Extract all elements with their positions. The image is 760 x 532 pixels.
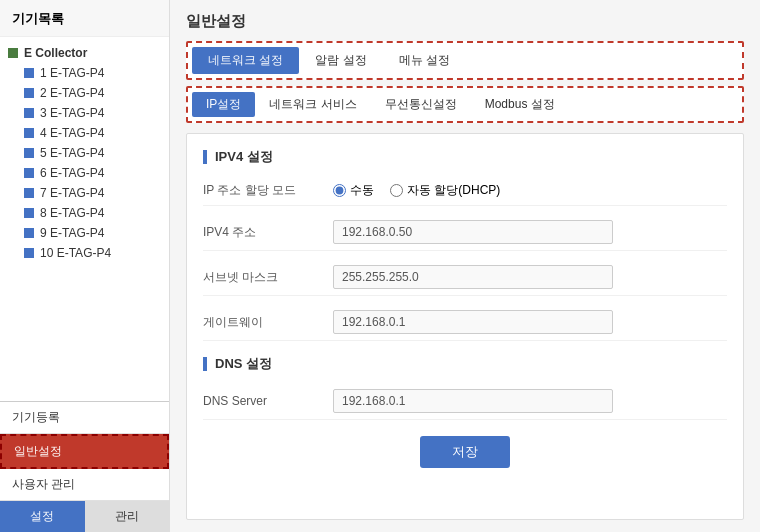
dns-divider: DNS 설정 xyxy=(203,355,727,373)
child-icon-1 xyxy=(24,68,34,78)
tree-child-4[interactable]: 4 E-TAG-P4 xyxy=(0,123,169,143)
dns-server-label: DNS Server xyxy=(203,394,333,408)
child-label-2: 2 E-TAG-P4 xyxy=(40,86,104,100)
gateway-input[interactable] xyxy=(333,310,613,334)
tab-network-settings[interactable]: 네트워크 설정 xyxy=(192,47,299,74)
radio-dhcp[interactable]: 자동 할당(DHCP) xyxy=(390,182,500,199)
root-icon xyxy=(8,48,18,58)
child-label-10: 10 E-TAG-P4 xyxy=(40,246,111,260)
child-icon-8 xyxy=(24,208,34,218)
child-label-9: 9 E-TAG-P4 xyxy=(40,226,104,240)
subnet-label: 서브넷 마스크 xyxy=(203,269,333,286)
ip-mode-radio-group: 수동 자동 할당(DHCP) xyxy=(333,182,500,199)
child-label-4: 4 E-TAG-P4 xyxy=(40,126,104,140)
root-label: E Collector xyxy=(24,46,87,60)
ip-mode-label: IP 주소 할당 모드 xyxy=(203,182,333,199)
tree-child-5[interactable]: 5 E-TAG-P4 xyxy=(0,143,169,163)
subnet-input[interactable] xyxy=(333,265,613,289)
save-button[interactable]: 저장 xyxy=(420,436,510,468)
nav-user-management[interactable]: 사용자 관리 xyxy=(0,469,169,501)
subtab-wireless[interactable]: 무선통신설정 xyxy=(371,92,471,117)
ip-mode-value: 수동 자동 할당(DHCP) xyxy=(333,182,727,199)
child-label-8: 8 E-TAG-P4 xyxy=(40,206,104,220)
child-label-1: 1 E-TAG-P4 xyxy=(40,66,104,80)
radio-manual-input[interactable] xyxy=(333,184,346,197)
sidebar: 기기목록 E Collector 1 E-TAG-P4 2 E-TAG-P4 3… xyxy=(0,0,170,532)
dns-server-value xyxy=(333,389,727,413)
tree-child-7[interactable]: 7 E-TAG-P4 xyxy=(0,183,169,203)
dns-section-title: DNS 설정 xyxy=(203,355,727,373)
radio-dhcp-input[interactable] xyxy=(390,184,403,197)
ipv4-address-value xyxy=(333,220,727,244)
tree-child-6[interactable]: 6 E-TAG-P4 xyxy=(0,163,169,183)
sidebar-header: 기기목록 xyxy=(0,0,169,37)
child-label-6: 6 E-TAG-P4 xyxy=(40,166,104,180)
gateway-value xyxy=(333,310,727,334)
tree-child-10[interactable]: 10 E-TAG-P4 xyxy=(0,243,169,263)
dns-server-input[interactable] xyxy=(333,389,613,413)
child-icon-6 xyxy=(24,168,34,178)
child-icon-9 xyxy=(24,228,34,238)
child-icon-2 xyxy=(24,88,34,98)
child-icon-7 xyxy=(24,188,34,198)
ipv4-address-input[interactable] xyxy=(333,220,613,244)
radio-manual[interactable]: 수동 xyxy=(333,182,374,199)
subnet-value xyxy=(333,265,727,289)
device-tree: E Collector 1 E-TAG-P4 2 E-TAG-P4 3 E-TA… xyxy=(0,37,169,401)
tab-manage[interactable]: 관리 xyxy=(85,501,170,532)
tree-child-1[interactable]: 1 E-TAG-P4 xyxy=(0,63,169,83)
subtab-modbus[interactable]: Modbus 설정 xyxy=(471,92,569,117)
main-content: 일반설정 네트워크 설정 알람 설정 메뉴 설정 IP설정 네트워크 서비스 무… xyxy=(170,0,760,532)
subtab-network-service[interactable]: 네트워크 서비스 xyxy=(255,92,370,117)
child-label-3: 3 E-TAG-P4 xyxy=(40,106,104,120)
child-icon-3 xyxy=(24,108,34,118)
ipv4-address-row: IPV4 주소 xyxy=(203,214,727,251)
page-title: 일반설정 xyxy=(186,12,744,31)
tree-child-9[interactable]: 9 E-TAG-P4 xyxy=(0,223,169,243)
gateway-row: 게이트웨이 xyxy=(203,304,727,341)
child-icon-10 xyxy=(24,248,34,258)
sub-tab-group: IP설정 네트워크 서비스 무선통신설정 Modbus 설정 xyxy=(186,86,744,123)
nav-device-register[interactable]: 기기등록 xyxy=(0,402,169,434)
tree-child-8[interactable]: 8 E-TAG-P4 xyxy=(0,203,169,223)
child-label-7: 7 E-TAG-P4 xyxy=(40,186,104,200)
sidebar-bottom-nav: 기기등록 일반설정 사용자 관리 설정 관리 xyxy=(0,401,169,532)
dns-server-row: DNS Server xyxy=(203,383,727,420)
top-tab-group: 네트워크 설정 알람 설정 메뉴 설정 xyxy=(186,41,744,80)
bottom-tab-group: 설정 관리 xyxy=(0,501,169,532)
settings-content: IPV4 설정 IP 주소 할당 모드 수동 자동 할당(DHCP) xyxy=(186,133,744,520)
nav-general-settings[interactable]: 일반설정 xyxy=(0,434,169,469)
child-icon-5 xyxy=(24,148,34,158)
tab-menu-settings[interactable]: 메뉴 설정 xyxy=(383,47,466,74)
tree-child-2[interactable]: 2 E-TAG-P4 xyxy=(0,83,169,103)
ipv4-section-title: IPV4 설정 xyxy=(203,148,727,166)
gateway-label: 게이트웨이 xyxy=(203,314,333,331)
subtab-ip-settings[interactable]: IP설정 xyxy=(192,92,255,117)
tab-alarm-settings[interactable]: 알람 설정 xyxy=(299,47,382,74)
tree-child-3[interactable]: 3 E-TAG-P4 xyxy=(0,103,169,123)
ipv4-address-label: IPV4 주소 xyxy=(203,224,333,241)
tab-settings[interactable]: 설정 xyxy=(0,501,85,532)
tree-root[interactable]: E Collector xyxy=(0,43,169,63)
child-icon-4 xyxy=(24,128,34,138)
save-button-area: 저장 xyxy=(203,436,727,468)
ip-mode-row: IP 주소 할당 모드 수동 자동 할당(DHCP) xyxy=(203,176,727,206)
subnet-row: 서브넷 마스크 xyxy=(203,259,727,296)
child-label-5: 5 E-TAG-P4 xyxy=(40,146,104,160)
